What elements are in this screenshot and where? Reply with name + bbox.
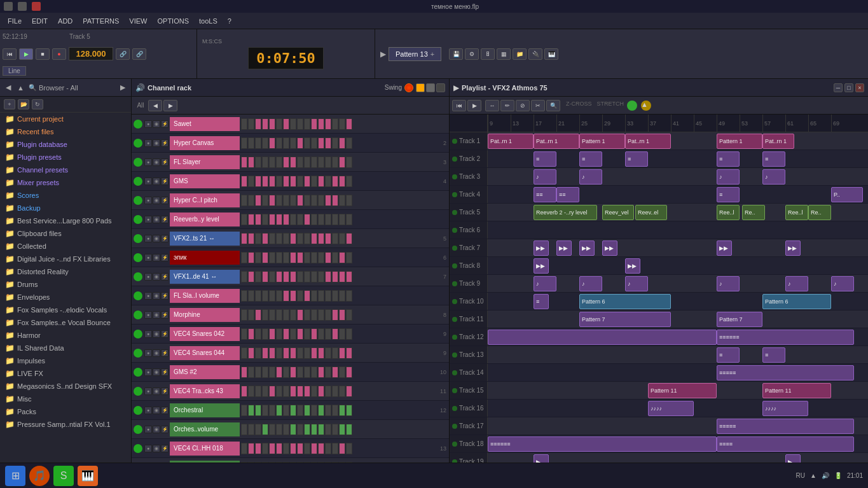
ch-step[interactable] xyxy=(262,309,268,321)
ch-step[interactable] xyxy=(269,271,275,282)
ch-step[interactable] xyxy=(262,443,268,454)
pl-track-content[interactable]: ♪♪♪♪♪♪ xyxy=(488,275,868,292)
ch-step[interactable] xyxy=(276,443,282,454)
ch-step[interactable] xyxy=(339,405,345,416)
ch-step[interactable] xyxy=(346,157,352,168)
ch-solo-btn[interactable]: ◉ xyxy=(153,216,160,223)
ch-name-btn[interactable]: VEC4 Cl..HH 018 xyxy=(170,442,240,456)
settings-icon[interactable]: ⚙ xyxy=(465,48,479,60)
playlist-pattern-block[interactable]: ♪ xyxy=(579,169,602,185)
ch-step[interactable] xyxy=(276,233,282,244)
ch-step[interactable] xyxy=(283,443,289,454)
ch-fx-btn[interactable]: ⚡ xyxy=(161,254,169,261)
ch-step[interactable] xyxy=(290,424,296,435)
ch-step[interactable] xyxy=(304,386,310,397)
ch-mute-btn[interactable]: ● xyxy=(144,235,152,242)
ch-solo-btn[interactable]: ◉ xyxy=(153,197,160,204)
ch-step[interactable] xyxy=(297,366,303,378)
playlist-pattern-block[interactable]: ≡≡≡≡≡ xyxy=(717,365,854,380)
ch-step[interactable] xyxy=(297,386,303,397)
ch-step[interactable] xyxy=(276,252,282,263)
ch-step[interactable] xyxy=(304,252,310,263)
ch-step[interactable] xyxy=(332,424,338,435)
ch-step[interactable] xyxy=(325,386,331,397)
ch-solo-btn[interactable]: ◉ xyxy=(153,387,160,395)
ch-mute-btn[interactable]: ● xyxy=(144,216,152,223)
play-arrow-icon[interactable]: ▶ xyxy=(380,50,386,59)
playlist-pattern-block[interactable]: ≡ xyxy=(717,347,740,363)
ch-step[interactable] xyxy=(339,386,345,397)
ch-step[interactable] xyxy=(241,157,247,168)
sidebar-item-fox-vocal[interactable]: 📁 Fox Samples..e Vocal Bounce xyxy=(0,316,131,329)
ch-step[interactable] xyxy=(318,309,324,321)
save-icon[interactable]: 💾 xyxy=(449,48,463,60)
playlist-pattern-block[interactable]: ▶▶ xyxy=(717,241,732,256)
ch-step[interactable] xyxy=(290,137,296,149)
ch-fx-btn[interactable]: ⚡ xyxy=(161,368,169,376)
ch-step[interactable] xyxy=(346,176,352,187)
ch-step[interactable] xyxy=(262,347,268,359)
ch-step[interactable] xyxy=(241,176,247,187)
ch-step[interactable] xyxy=(269,328,275,340)
playlist-pattern-block[interactable]: Pattern 7 xyxy=(579,312,671,327)
plugin-icon[interactable]: 🔌 xyxy=(528,48,542,60)
ch-step[interactable] xyxy=(290,214,296,225)
ch-step[interactable] xyxy=(318,252,324,263)
stop-btn[interactable]: ■ xyxy=(36,48,50,60)
ch-fx-btn[interactable]: ⚡ xyxy=(161,178,169,185)
ch-solo-btn[interactable]: ◉ xyxy=(153,120,160,128)
ch-step[interactable] xyxy=(304,137,310,149)
playlist-pattern-block[interactable]: ≡ xyxy=(717,151,740,167)
pl-track-content[interactable]: ≡Pattern 6Pattern 6 xyxy=(488,293,868,310)
ch-step[interactable] xyxy=(297,405,303,416)
ch-step[interactable] xyxy=(304,424,310,435)
ch-step[interactable] xyxy=(248,347,254,359)
playlist-pattern-block[interactable]: ▶▶ xyxy=(625,258,640,274)
ch-step[interactable] xyxy=(283,386,289,397)
playlist-pattern-block[interactable]: Pattern 1 xyxy=(579,134,625,149)
ch-step[interactable] xyxy=(269,290,275,302)
pl-nav-left-btn[interactable]: ⏮ xyxy=(452,100,466,111)
ch-step[interactable] xyxy=(304,443,310,454)
ch-step[interactable] xyxy=(248,405,254,416)
ch-step[interactable] xyxy=(332,252,338,263)
ch-step[interactable] xyxy=(304,118,310,130)
ch-step[interactable] xyxy=(311,290,317,302)
minimize-icon[interactable] xyxy=(4,2,13,11)
skype-icon[interactable]: S xyxy=(53,466,74,486)
ch-name-btn[interactable]: эпик xyxy=(170,251,240,265)
ch-step[interactable] xyxy=(290,443,296,454)
ch-name-btn[interactable]: GMS xyxy=(170,174,240,188)
playlist-pattern-block[interactable]: ♪ xyxy=(625,276,648,291)
play-btn[interactable]: ▶ xyxy=(19,48,33,60)
ch-step[interactable] xyxy=(248,252,254,263)
ch-step[interactable] xyxy=(262,386,268,397)
ch-step[interactable] xyxy=(241,118,247,130)
ch-step[interactable] xyxy=(332,271,338,282)
ch-step[interactable] xyxy=(332,366,338,378)
ch-step[interactable] xyxy=(262,233,268,244)
playlist-pattern-block[interactable]: ▶▶ xyxy=(785,241,801,256)
pl-track-content[interactable]: ▶▶▶▶ xyxy=(488,257,868,274)
pl-cut-btn[interactable]: ✂ xyxy=(531,100,545,111)
ch-step[interactable] xyxy=(311,347,317,359)
piano-icon[interactable]: 🎹 xyxy=(544,48,558,60)
ch-step[interactable] xyxy=(318,157,324,168)
ch-step[interactable] xyxy=(262,137,268,149)
playlist-pattern-block[interactable]: ♪ xyxy=(785,276,808,291)
sidebar-item-digital-juice[interactable]: 📁 Digital Juice -..nd FX Libraries xyxy=(0,253,131,265)
ch-step[interactable] xyxy=(283,233,289,244)
ch-step[interactable] xyxy=(325,233,331,244)
ch-step[interactable] xyxy=(262,118,268,130)
ch-step[interactable] xyxy=(262,214,268,225)
playlist-pattern-block[interactable]: Pattern 11 xyxy=(648,383,717,398)
ch-step[interactable] xyxy=(248,157,254,168)
ch-step[interactable] xyxy=(283,309,289,321)
ch-step[interactable] xyxy=(290,366,296,378)
bpm-display[interactable]: 128.000 xyxy=(69,47,113,60)
close-icon[interactable] xyxy=(32,2,41,11)
ch-mute-btn[interactable]: ● xyxy=(144,407,152,414)
ch-step[interactable] xyxy=(297,157,303,168)
ch-mute-btn[interactable]: ● xyxy=(144,158,152,166)
ch-solo-btn[interactable]: ◉ xyxy=(153,292,160,300)
